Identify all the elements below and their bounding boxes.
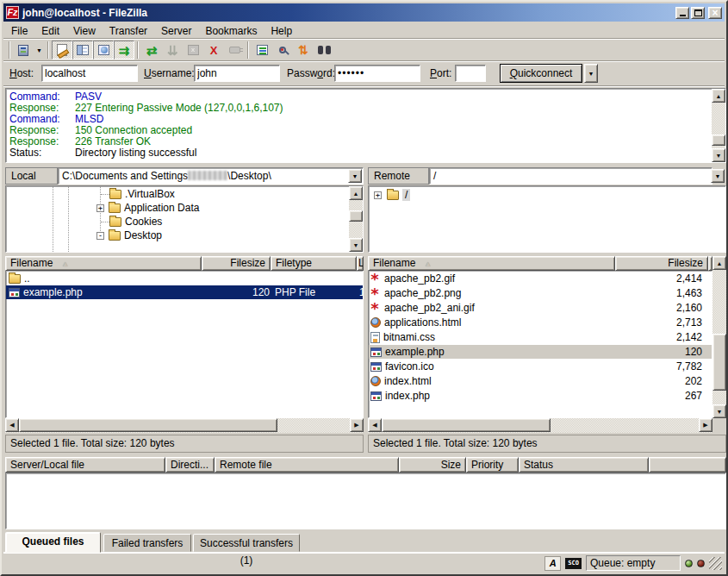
maximize-button[interactable]	[691, 7, 705, 19]
quickconnect-dropdown[interactable]: ▼	[584, 64, 598, 83]
open-folder-icon	[387, 191, 399, 200]
tab-successful-transfers[interactable]: Successful transfers (1)	[193, 534, 300, 552]
find-files-button[interactable]	[314, 41, 334, 59]
synchronized-browsing-button[interactable]: ⇅	[293, 41, 314, 59]
remote-site-dropdown[interactable]: ▼	[711, 169, 725, 183]
tab-queued-files[interactable]: Queued files	[5, 532, 101, 553]
reconnect-button[interactable]	[224, 41, 245, 59]
tree-item-cookies[interactable]: Cookies	[109, 215, 162, 229]
menu-bookmarks[interactable]: Bookmarks	[198, 24, 264, 38]
file-row-example-php[interactable]: example.php 120 PHP File 1	[6, 285, 363, 299]
file-row[interactable]: *apache_pb2.gif2,414	[369, 272, 712, 285]
queue-column-local-file[interactable]: Server/Local file	[5, 457, 165, 473]
close-button[interactable]: ×	[708, 7, 722, 19]
local-column-filesize[interactable]: Filesize	[202, 256, 271, 271]
process-queue-button[interactable]: ⇊	[162, 41, 183, 59]
remote-site-combobox[interactable]: /	[429, 167, 712, 185]
queue-column-remote-file[interactable]: Remote file	[215, 457, 399, 473]
folder-icon	[109, 203, 121, 213]
menu-transfer[interactable]: Transfer	[103, 24, 154, 38]
scroll-right-button[interactable]: ▶	[350, 418, 364, 432]
minimize-button[interactable]	[675, 7, 689, 19]
file-row-parent[interactable]: ..	[6, 272, 363, 285]
scroll-down-button[interactable]: ▼	[349, 238, 363, 252]
scroll-right-button[interactable]: ▶	[699, 418, 712, 432]
username-input[interactable]	[194, 65, 280, 82]
username-label: Username:	[144, 67, 195, 79]
remote-column-filename[interactable]: Filename▲	[368, 256, 615, 271]
cancel-button[interactable]: x	[183, 41, 203, 59]
disconnect-button[interactable]: X	[203, 41, 224, 59]
collapse-icon[interactable]: -	[96, 232, 104, 240]
site-manager-button[interactable]	[13, 41, 34, 59]
refresh-button[interactable]: ⇄	[141, 41, 162, 59]
file-row[interactable]: index.html202	[369, 374, 712, 388]
toggle-message-log-button[interactable]	[52, 41, 72, 59]
scrollbar-thumb[interactable]	[382, 418, 551, 432]
password-input[interactable]	[334, 65, 420, 82]
scrollbar-thumb[interactable]	[349, 210, 363, 222]
local-column-filename[interactable]: Filename▲	[5, 256, 202, 271]
file-row[interactable]: bitnami.css2,142	[369, 330, 712, 344]
scrollbar-thumb[interactable]	[712, 135, 725, 146]
queue-column-status[interactable]: Status	[519, 457, 649, 473]
local-hscrollbar[interactable]: ◀ ▶	[5, 418, 364, 433]
port-input[interactable]	[455, 65, 486, 82]
scroll-left-button[interactable]: ◀	[5, 418, 19, 432]
site-manager-dropdown[interactable]: ▼	[34, 41, 45, 59]
local-site-dropdown[interactable]: ▼	[348, 169, 362, 183]
host-input[interactable]	[41, 65, 138, 82]
filter-button[interactable]	[252, 41, 272, 59]
window-title: john@localhost - FileZilla	[22, 7, 147, 19]
queue-column-priority[interactable]: Priority	[466, 457, 519, 473]
data-type-indicator-icon[interactable]: A	[544, 556, 561, 571]
remote-vscrollbar[interactable]: ▲ ▼	[712, 256, 726, 418]
toggle-queue-button[interactable]: ⇉	[114, 41, 134, 59]
scroll-up-button[interactable]: ▲	[712, 89, 725, 103]
menu-help[interactable]: Help	[264, 24, 299, 38]
queue-column-size[interactable]: Size	[399, 457, 466, 473]
quickconnect-button[interactable]: Quickconnect	[500, 64, 582, 83]
tree-item-root[interactable]: +/	[374, 188, 410, 202]
file-row[interactable]: *apache_pb2.png1,463	[369, 286, 712, 300]
file-row[interactable]: favicon.ico7,782	[369, 360, 712, 373]
log-scrollbar[interactable]: ▲ ▼	[712, 89, 725, 162]
tree-item-desktop[interactable]: -Desktop	[96, 229, 162, 242]
local-column-filetype[interactable]: Filetype	[271, 256, 357, 271]
local-column-lastmodified[interactable]: L	[357, 256, 364, 271]
local-site-combobox[interactable]: C:\Documents and Settings\Desktop\	[58, 167, 364, 185]
scroll-down-button[interactable]: ▼	[712, 148, 725, 162]
file-row[interactable]: index.php267	[369, 389, 712, 403]
remote-column-filesize[interactable]: Filesize	[615, 256, 708, 271]
menu-edit[interactable]: Edit	[34, 24, 66, 38]
scrollbar-thumb[interactable]	[712, 334, 726, 391]
queue-column-direction[interactable]: Directi...	[165, 457, 215, 473]
menu-file[interactable]: File	[4, 24, 34, 38]
file-row-selected[interactable]: example.php120	[369, 345, 712, 359]
tree-item-virtualbox[interactable]: .VirtualBox	[109, 187, 175, 201]
resize-grip[interactable]	[709, 557, 722, 570]
scroll-up-button[interactable]: ▲	[349, 186, 363, 200]
ico-file-icon	[370, 362, 382, 372]
menu-view[interactable]: View	[66, 24, 103, 38]
filezilla-app-icon[interactable]: Fz	[6, 6, 19, 19]
expand-icon[interactable]: +	[96, 204, 104, 212]
local-tree-scrollbar[interactable]: ▲ ▼	[349, 186, 363, 252]
tab-failed-transfers[interactable]: Failed transfers	[103, 534, 191, 552]
scroll-left-button[interactable]: ◀	[368, 418, 382, 432]
remote-hscrollbar[interactable]: ◀ ▶	[368, 418, 712, 433]
file-row[interactable]: *apache_pb2_ani.gif2,160	[369, 301, 712, 315]
toggle-remote-tree-button[interactable]	[93, 41, 114, 59]
title-bar[interactable]: Fz john@localhost - FileZilla ×	[3, 3, 725, 22]
menu-server[interactable]: Server	[154, 24, 198, 38]
speed-limits-icon[interactable]: SCO	[565, 558, 582, 569]
tree-item-application-data[interactable]: +Application Data	[96, 201, 199, 215]
scroll-down-button[interactable]: ▼	[712, 404, 726, 418]
scroll-up-button[interactable]: ▲	[712, 256, 726, 270]
toggle-local-tree-button[interactable]	[72, 41, 93, 59]
transfer-queue-body[interactable]	[5, 473, 726, 529]
directory-comparison-button[interactable]	[272, 41, 293, 59]
expand-icon[interactable]: +	[374, 191, 382, 199]
scrollbar-thumb[interactable]	[19, 418, 277, 432]
file-row[interactable]: applications.html2,713	[369, 316, 712, 329]
